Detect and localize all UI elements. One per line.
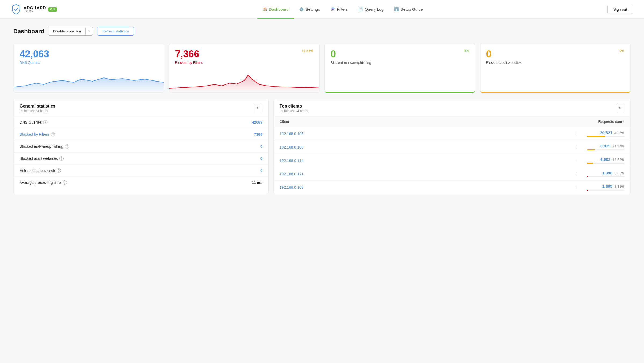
client-bar-container-4 [587, 190, 624, 191]
client-req-count-4: 1,395 [602, 184, 613, 188]
stats-label-blocked-adult: Blocked adult websites ? [20, 156, 64, 161]
bottom-panels: General statistics for the last 24 hours… [13, 99, 631, 194]
top-clients-refresh-button[interactable]: ↻ [616, 104, 624, 112]
logo-area: ADGUARD HOME ON [11, 4, 57, 15]
client-req-pct-0: 49.5% [614, 131, 624, 135]
client-ip-1[interactable]: 192.168.0.100 [280, 145, 573, 149]
client-bar-container-2 [587, 163, 624, 164]
client-req-numbers-0: 20,821 49.5% [600, 130, 624, 135]
nav-item-settings[interactable]: ⚙️ Settings [294, 0, 325, 19]
stats-value-dns-queries: 42063 [252, 120, 262, 124]
stat-card-top: 7,366 Blocked by Filters 17.51% [175, 49, 314, 65]
stat-card-blocked-malware: 0 Blocked malware/phishing 0% [324, 43, 475, 93]
stat-info: 7,366 Blocked by Filters [175, 49, 203, 65]
client-bar-4 [587, 190, 588, 191]
client-requests-3: 1,398 3.32% [581, 171, 624, 177]
blocked-adult-badge: 0% [619, 49, 624, 53]
avg-processing-help-icon[interactable]: ? [63, 180, 67, 185]
refresh-icon: ↻ [257, 106, 260, 110]
client-row-2: 192.168.0.114 ⋮ 6,992 16.62% [274, 154, 630, 167]
main-nav: 🏠 Dashboard ⚙️ Settings ⚗️ Filters 📄 Que… [78, 0, 607, 18]
general-stats-subtitle: for the last 24 hours [20, 109, 55, 113]
dns-queries-text: DNS Queries [20, 120, 42, 124]
logo-text: ADGUARD HOME [24, 6, 46, 13]
home-icon: 🏠 [263, 7, 267, 11]
client-requests-2: 6,992 16.62% [581, 157, 624, 164]
stats-row-dns-queries: DNS Queries ? 42063 [14, 116, 268, 128]
client-req-numbers-1: 8,975 21.34% [600, 144, 624, 148]
client-menu-icon-3[interactable]: ⋮ [573, 171, 581, 176]
nav-label-settings: Settings [305, 7, 320, 12]
logo-home-label: HOME [24, 10, 46, 13]
client-ip-3[interactable]: 192.168.0.121 [280, 172, 573, 176]
blocked-malware-label: Blocked malware/phishing [331, 61, 371, 65]
nav-item-setup-guide[interactable]: ℹ️ Setup Guide [389, 0, 428, 19]
client-bar-container-1 [587, 149, 624, 150]
nav-label-setup-guide: Setup Guide [400, 7, 423, 12]
client-bar-3 [587, 176, 588, 177]
client-menu-icon-2[interactable]: ⋮ [573, 158, 581, 163]
stats-row-blocked-adult: Blocked adult websites ? 0 [14, 153, 268, 165]
client-ip-0[interactable]: 192.168.0.105 [280, 132, 573, 136]
top-clients-title: Top clients [280, 104, 308, 109]
stat-card-top: 0 Blocked malware/phishing 0% [331, 49, 469, 65]
main-content: Dashboard Disable protection ▾ Refresh s… [0, 19, 644, 202]
stat-card-dns-queries: 42,063 DNS Queries [13, 43, 164, 93]
general-stats-panel: General statistics for the last 24 hours… [13, 99, 269, 194]
blocked-malware-badge: 0% [464, 49, 469, 53]
dns-queries-label: DNS Queries [20, 61, 49, 65]
stats-label-enforced-safe-search: Enforced safe search ? [20, 168, 61, 173]
query-log-icon: 📄 [358, 7, 363, 11]
client-bar-1 [587, 149, 595, 150]
stats-value-blocked-adult: 0 [260, 156, 262, 161]
client-row-4: 192.168.0.108 ⋮ 1,395 3.32% [274, 181, 630, 194]
stat-card-blocked-adult: 0 Blocked adult websites 0% [480, 43, 631, 93]
blocked-filters-help-icon[interactable]: ? [51, 132, 55, 136]
blocked-filters-label: Blocked by Filters [175, 61, 203, 65]
stat-card-blocked-filters: 7,366 Blocked by Filters 17.51% [169, 43, 320, 93]
nav-label-dashboard: Dashboard [269, 7, 288, 12]
stats-row-blocked-filters: Blocked by Filters ? 7366 [14, 128, 268, 140]
dns-queries-help-icon[interactable]: ? [43, 120, 47, 124]
dns-queries-number: 42,063 [20, 49, 49, 60]
blocked-adult-label: Blocked adult websites [486, 61, 522, 65]
top-clients-title-area: Top clients for the last 24 hours [280, 104, 308, 113]
stats-label-blocked-filters[interactable]: Blocked by Filters ? [20, 132, 55, 136]
stats-label-dns-queries: DNS Queries ? [20, 120, 47, 124]
nav-item-filters[interactable]: ⚗️ Filters [325, 0, 353, 19]
dns-queries-chart [14, 71, 164, 92]
sign-out-button[interactable]: Sign out [607, 5, 633, 14]
avg-processing-text: Average processing time [20, 180, 61, 185]
blocked-malware-help-icon[interactable]: ? [65, 144, 69, 149]
stats-label-avg-processing: Average processing time ? [20, 180, 67, 185]
nav-label-query-log: Query Log [365, 7, 383, 12]
client-menu-icon-1[interactable]: ⋮ [573, 145, 581, 150]
client-requests-1: 8,975 21.34% [581, 144, 624, 150]
stats-label-blocked-malware: Blocked malware/phishing ? [20, 144, 69, 149]
client-menu-icon-4[interactable]: ⋮ [573, 185, 581, 190]
client-requests-4: 1,395 3.32% [581, 184, 624, 191]
client-ip-2[interactable]: 192.168.0.114 [280, 158, 573, 163]
client-ip-4[interactable]: 192.168.0.108 [280, 185, 573, 190]
client-req-count-2: 6,992 [600, 157, 610, 162]
enforced-safe-search-help-icon[interactable]: ? [57, 168, 61, 173]
disable-protection-button[interactable]: Disable protection ▾ [49, 27, 93, 36]
header: ADGUARD HOME ON 🏠 Dashboard ⚙️ Settings … [0, 0, 644, 19]
client-req-numbers-4: 1,395 3.32% [602, 184, 624, 188]
blocked-adult-help-icon[interactable]: ? [59, 156, 64, 161]
stat-card-top: 42,063 DNS Queries [20, 49, 158, 65]
stats-value-blocked-malware: 0 [260, 144, 262, 149]
client-requests-0: 20,821 49.5% [581, 130, 624, 137]
general-stats-refresh-button[interactable]: ↻ [254, 104, 262, 112]
nav-item-query-log[interactable]: 📄 Query Log [353, 0, 389, 19]
logo-adguard-label: ADGUARD [24, 6, 46, 10]
disable-protection-label: Disable protection [49, 27, 85, 35]
refresh-statistics-button[interactable]: Refresh statistics [97, 27, 134, 36]
client-menu-icon-0[interactable]: ⋮ [573, 131, 581, 136]
general-stats-title: General statistics [20, 104, 55, 109]
client-bar-container-0 [587, 136, 624, 137]
client-req-pct-3: 3.32% [614, 171, 624, 175]
nav-item-dashboard[interactable]: 🏠 Dashboard [257, 0, 294, 19]
page-title: Dashboard [13, 28, 44, 35]
nav-label-filters: Filters [337, 7, 348, 12]
